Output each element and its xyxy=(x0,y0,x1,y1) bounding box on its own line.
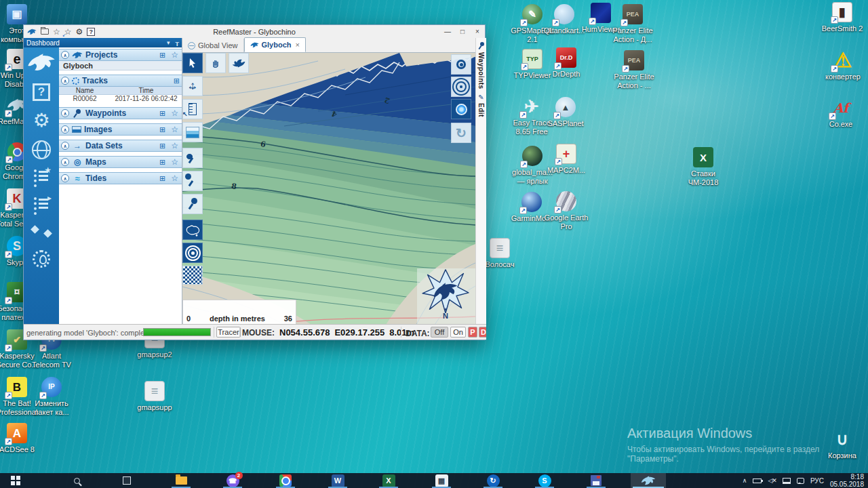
desktop-icon-stavki-excel[interactable]: XСтавкиЧМ-2018 xyxy=(681,147,726,186)
map-viewport[interactable]: 2498 xyxy=(182,53,475,325)
settings-gear-icon[interactable]: ⚙ xyxy=(76,28,83,36)
tracer-button[interactable]: Tracer xyxy=(216,327,241,338)
p-button[interactable]: P xyxy=(468,327,477,338)
add-item-button[interactable]: ⊞ xyxy=(159,158,165,167)
search-button[interactable] xyxy=(66,473,87,488)
network-icon[interactable] xyxy=(783,478,791,484)
project-row[interactable]: Glyboch xyxy=(59,61,182,70)
data-on-button[interactable]: On xyxy=(450,327,466,338)
add-item-button[interactable]: ⊞ xyxy=(159,51,165,60)
close-button[interactable]: × xyxy=(470,26,485,37)
track-row[interactable]: R000622017-11-26 06:02:42 xyxy=(59,95,182,103)
desktop-icon-co-exe[interactable]: Af↗Со.ехе xyxy=(818,98,863,129)
task-view-button[interactable] xyxy=(117,473,137,488)
skype-taskbar-icon[interactable]: S xyxy=(534,473,555,488)
collapse-button[interactable]: ∧ xyxy=(61,158,69,166)
favorite-button[interactable]: ☆ xyxy=(171,50,178,60)
section-header[interactable]: ∧Tracks⊞ xyxy=(59,75,182,87)
collapse-button[interactable]: ∧ xyxy=(61,109,69,117)
lock-waypoint-tool[interactable] xyxy=(182,148,203,168)
section-header[interactable]: ∧Data Sets⊞☆ xyxy=(59,140,182,152)
panel-pin-icon[interactable]: ┰ xyxy=(176,39,179,46)
favorite-button[interactable]: ☆ xyxy=(171,141,178,150)
add-item-button[interactable]: ⊞ xyxy=(159,109,165,118)
help-icon[interactable]: ? xyxy=(87,28,95,36)
update-app-icon[interactable]: ↻ xyxy=(483,473,503,488)
desktop-icon-acdsee-8[interactable]: A↗ACDSee 8 xyxy=(0,423,39,454)
chrome-taskbar-icon[interactable] xyxy=(275,473,296,488)
waypoints-panel-tab[interactable]: Waypoints xyxy=(476,38,486,89)
desktop-icon-drdepth[interactable]: Dr.D↗DrDepth xyxy=(544,47,589,79)
maximize-button[interactable]: □ xyxy=(455,26,470,37)
panel-menu-icon[interactable]: ▾ xyxy=(167,39,170,46)
collapse-button[interactable]: ∧ xyxy=(61,125,69,134)
region-tool[interactable] xyxy=(182,220,203,240)
globe-rail-icon[interactable] xyxy=(32,140,51,159)
add-item-button[interactable]: ⊞ xyxy=(174,77,180,85)
minimize-button[interactable]: — xyxy=(440,26,455,37)
desktop-icon-konverter[interactable]: ⚠↗конвертер xyxy=(821,50,865,81)
add-waypoint-tool[interactable] xyxy=(182,194,203,214)
collapse-button[interactable]: ∧ xyxy=(61,174,69,182)
dashboard-header[interactable]: Dashboard ▾ ┰ xyxy=(24,38,182,47)
satellite-icon[interactable] xyxy=(32,225,51,240)
depth-shading-tool[interactable] xyxy=(182,122,203,142)
dissolve-pattern-tool[interactable] xyxy=(182,266,203,285)
desktop-icon-mapc2m[interactable]: +↗MAPC2M... xyxy=(544,144,589,175)
desktop-icon-gmapsupp[interactable]: ≡gmapsupp xyxy=(132,381,177,412)
desktop-icon-iptv-package[interactable]: IP↗Изменитьпакет ка... xyxy=(29,377,74,416)
battery-icon[interactable] xyxy=(753,479,762,483)
tides-rail-icon[interactable] xyxy=(33,250,50,268)
collapse-button[interactable]: ∧ xyxy=(61,142,69,150)
tab-close-icon[interactable]: × xyxy=(296,41,300,49)
favorite-button[interactable]: ☆ xyxy=(171,157,178,167)
select-tool[interactable] xyxy=(182,53,203,73)
refresh-model-button[interactable]: ↻ xyxy=(451,123,471,143)
move-tool[interactable] xyxy=(182,76,203,96)
favorites-list-icon[interactable]: ★ xyxy=(34,169,49,187)
favorites-icon[interactable]: ☆ xyxy=(53,28,60,36)
add-item-button[interactable]: ⊞ xyxy=(159,125,165,134)
sonar-rings-tool[interactable] xyxy=(182,243,203,263)
desktop-icon-beersmith-2[interactable]: ▮↗BeerSmith 2 xyxy=(820,2,865,33)
file-explorer-icon[interactable] xyxy=(171,473,191,488)
project-list-icon[interactable]: ▸ xyxy=(34,197,49,215)
hand-pan-tool[interactable] xyxy=(205,53,226,73)
favorite-button[interactable]: ☆ xyxy=(171,174,178,183)
language-indicator[interactable]: РУС xyxy=(810,477,824,485)
collapse-button[interactable]: ∧ xyxy=(61,51,69,59)
help-rail-icon[interactable]: ? xyxy=(33,83,50,101)
shaded-view-tool[interactable] xyxy=(451,99,471,119)
import-favorite-icon[interactable]: ☆ xyxy=(64,28,72,36)
d-button[interactable]: D xyxy=(479,327,486,338)
edit-panel-tab[interactable]: ✎ Edit xyxy=(476,89,486,117)
tab-global-view[interactable]: Global View xyxy=(182,39,244,52)
calculator-taskbar-icon[interactable]: ▦ xyxy=(431,473,452,488)
section-header[interactable]: ∧Projects⊞☆ xyxy=(59,49,182,61)
word-taskbar-icon[interactable]: W xyxy=(328,473,348,488)
viber-icon[interactable]: ☎2 xyxy=(222,473,243,488)
add-item-button[interactable]: ⊞ xyxy=(159,142,165,150)
desktop-icon-sasplanet[interactable]: ▲↗SASPlanet xyxy=(543,97,588,128)
tray-expand-icon[interactable]: ∧ xyxy=(743,477,747,484)
volume-muted-icon[interactable]: ◁✕ xyxy=(768,477,776,484)
favorite-button[interactable]: ☆ xyxy=(171,108,178,118)
settings-rail-icon[interactable]: ⚙ xyxy=(33,111,50,130)
desktop-icon-panzer-elite-action-2[interactable]: PEA↗Panzer EliteAction - ... xyxy=(612,50,656,89)
section-header[interactable]: ∧Images⊞☆ xyxy=(59,123,182,136)
data-off-button[interactable]: Off xyxy=(431,327,448,338)
collapse-button[interactable]: ∧ xyxy=(61,77,69,85)
section-header[interactable]: ∧Maps⊞☆ xyxy=(59,156,182,168)
contours-view-tool[interactable] xyxy=(451,77,471,97)
target-view-tool[interactable] xyxy=(451,54,471,75)
track-shark-tool[interactable] xyxy=(229,53,249,73)
favorite-button[interactable]: ☆ xyxy=(171,125,178,134)
desktop-icon-panzer-elite-action-1[interactable]: PEA↗Panzer EliteAction - Д... xyxy=(610,4,655,43)
commander-taskbar-icon[interactable] xyxy=(586,473,606,488)
open-project-icon[interactable] xyxy=(41,28,49,35)
add-item-button[interactable]: ⊞ xyxy=(159,174,165,183)
title-bar[interactable]: ☆ ☆ ⚙ ? ReefMaster - Glybochino — □ × xyxy=(24,25,485,38)
tab-glyboch[interactable]: Glyboch × xyxy=(244,37,306,52)
reefmaster-taskbar-button[interactable] xyxy=(631,473,666,488)
measure-tool[interactable] xyxy=(182,99,203,119)
